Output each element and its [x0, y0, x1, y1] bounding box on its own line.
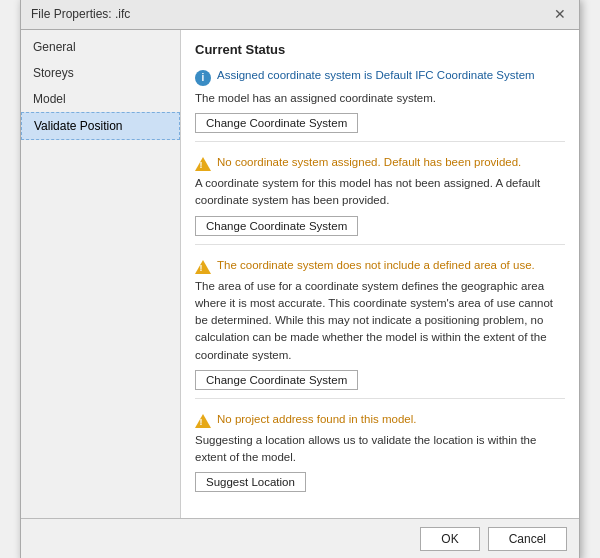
action-button-1[interactable]: Change Coordinate System [195, 216, 358, 236]
close-button[interactable]: ✕ [551, 5, 569, 23]
divider-1 [195, 244, 565, 245]
title-bar: File Properties: .ifc ✕ [21, 0, 579, 30]
status-header-1: No coordinate system assigned. Default h… [195, 156, 565, 171]
status-block-1: No coordinate system assigned. Default h… [195, 156, 565, 245]
status-block-2: The coordinate system does not include a… [195, 259, 565, 399]
status-header-2: The coordinate system does not include a… [195, 259, 565, 274]
status-header-0: iAssigned coordinate system is Default I… [195, 69, 565, 86]
status-label-3: No project address found in this model. [217, 413, 416, 425]
action-button-3[interactable]: Suggest Location [195, 472, 306, 492]
status-header-3: No project address found in this model. [195, 413, 565, 428]
status-label-1: No coordinate system assigned. Default h… [217, 156, 521, 168]
sidebar-item-storeys[interactable]: Storeys [21, 60, 180, 86]
status-block-0: iAssigned coordinate system is Default I… [195, 69, 565, 142]
status-desc-0: The model has an assigned coordinate sys… [195, 90, 565, 107]
dialog-title: File Properties: .ifc [31, 7, 130, 21]
sidebar-item-validate-position[interactable]: Validate Position [21, 112, 180, 140]
status-block-3: No project address found in this model.S… [195, 413, 565, 493]
sidebar-item-general[interactable]: General [21, 34, 180, 60]
sidebar-item-model[interactable]: Model [21, 86, 180, 112]
sidebar: GeneralStoreysModelValidate Position [21, 30, 181, 519]
status-desc-3: Suggesting a location allows us to valid… [195, 432, 565, 467]
status-desc-1: A coordinate system for this model has n… [195, 175, 565, 210]
status-label-0: Assigned coordinate system is Default IF… [217, 69, 535, 81]
footer: OK Cancel [21, 518, 579, 558]
action-button-2[interactable]: Change Coordinate System [195, 370, 358, 390]
action-button-0[interactable]: Change Coordinate System [195, 113, 358, 133]
status-label-2: The coordinate system does not include a… [217, 259, 535, 271]
main-panel: Current Status iAssigned coordinate syst… [181, 30, 579, 519]
divider-2 [195, 398, 565, 399]
status-desc-2: The area of use for a coordinate system … [195, 278, 565, 364]
section-title: Current Status [195, 42, 565, 57]
divider-0 [195, 141, 565, 142]
warning-icon [195, 260, 211, 274]
cancel-button[interactable]: Cancel [488, 527, 567, 551]
warning-icon [195, 414, 211, 428]
info-icon: i [195, 70, 211, 86]
dialog: File Properties: .ifc ✕ GeneralStoreysMo… [20, 0, 580, 558]
warning-icon [195, 157, 211, 171]
ok-button[interactable]: OK [420, 527, 479, 551]
dialog-content: GeneralStoreysModelValidate Position Cur… [21, 30, 579, 519]
